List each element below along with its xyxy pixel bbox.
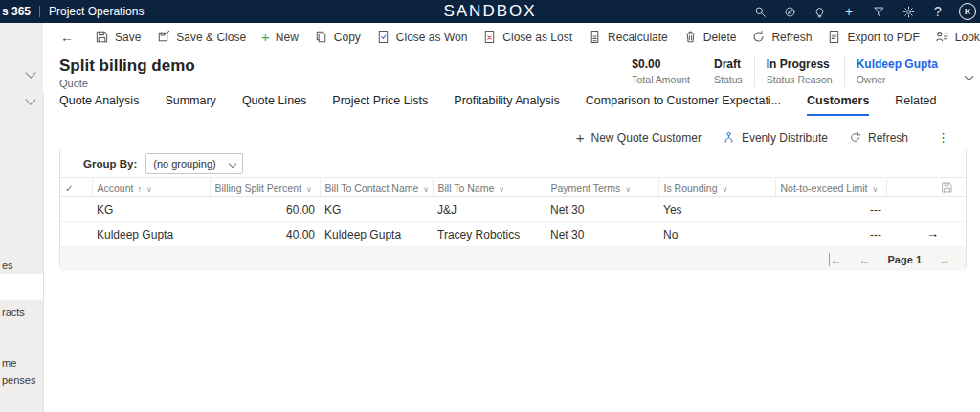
tab-quote-lines[interactable]: Quote Lines: [242, 94, 306, 114]
close-as-won-icon: [376, 30, 390, 44]
save-and-close-button[interactable]: Save & Close: [148, 23, 254, 51]
sidebar-chevron-down-icon[interactable]: [25, 94, 35, 104]
row-checkbox-cell[interactable]: [60, 222, 92, 247]
select-all-checkbox[interactable]: ✓: [60, 178, 92, 197]
close-as-lost-button[interactable]: Close as Lost: [475, 23, 580, 51]
evenly-distribute-button[interactable]: Evenly Distribute: [723, 131, 828, 145]
new-button[interactable]: + New: [254, 23, 306, 51]
payment-terms-cell[interactable]: Net 30: [546, 222, 658, 247]
close-as-won-button[interactable]: Close as Won: [368, 23, 475, 51]
not-to-exceed-limit-cell[interactable]: ---: [775, 222, 886, 247]
recalculate-icon: [588, 30, 602, 44]
lightbulb-icon[interactable]: [811, 0, 828, 23]
bill-to-contact-name-cell[interactable]: KG: [320, 197, 433, 222]
quote-customers-grid: Group By: (no grouping) ✓ Account↑∨ Bill…: [59, 149, 967, 268]
scroll-right-arrow-icon[interactable]: →: [926, 226, 939, 240]
filter-icon[interactable]: [870, 0, 887, 23]
header-collapse-chevron-icon[interactable]: [966, 66, 972, 83]
account-cell[interactable]: KG: [92, 197, 210, 222]
app-window: s 365 Project Operations SANDBOX + ?: [0, 0, 980, 412]
not-to-exceed-limit-cell[interactable]: ---: [775, 197, 886, 222]
sidebar-item-fragment[interactable]: es: [2, 260, 13, 271]
sidebar-item-fragment[interactable]: penses: [2, 375, 35, 386]
bill-to-contact-name-cell[interactable]: Kuldeep Gupta: [320, 222, 433, 247]
status-value: Draft: [714, 57, 743, 71]
table-row[interactable]: KG 60.00 KG J&J Net 30 Yes ---: [60, 197, 966, 222]
group-by-row: Group By: (no grouping): [60, 149, 966, 177]
billing-split-percent-cell[interactable]: 60.00: [210, 197, 320, 222]
recalculate-button[interactable]: Recalculate: [580, 23, 676, 51]
payment-terms-cell[interactable]: Net 30: [546, 197, 658, 222]
grid-header-row: ✓ Account↑∨ Billing Split Percent∨ Bill …: [60, 178, 966, 197]
table-row[interactable]: Kuldeep Gupta 40.00 Kuldeep Gupta Tracey…: [60, 222, 966, 247]
chevron-down-icon: ∨: [146, 185, 152, 194]
dynamics-brand[interactable]: s 365: [2, 5, 31, 18]
column-header-billing-split-percent[interactable]: Billing Split Percent∨: [210, 178, 320, 197]
first-page-button[interactable]: ←: [829, 253, 842, 266]
search-icon[interactable]: [751, 0, 768, 23]
refresh-button[interactable]: Refresh: [744, 23, 819, 51]
tab-customers[interactable]: Customers: [807, 94, 869, 116]
back-button[interactable]: ←: [51, 23, 83, 51]
gear-icon[interactable]: [900, 0, 917, 23]
is-rounding-cell[interactable]: No: [658, 222, 775, 247]
sidebar-chevron-down-icon[interactable]: [25, 67, 35, 78]
site-map-sidebar: es racts me penses: [0, 23, 44, 412]
help-icon[interactable]: ?: [929, 0, 947, 23]
next-page-button[interactable]: →: [939, 253, 950, 266]
sidebar-item-fragment[interactable]: me: [2, 357, 16, 369]
group-by-dropdown[interactable]: (no grouping): [145, 153, 242, 174]
user-avatar[interactable]: K: [959, 0, 976, 23]
tab-quote-analysis[interactable]: Quote Analysis: [59, 94, 139, 114]
owner-label: Owner: [857, 74, 938, 85]
header-fields: $0.00 Total Amount Draft Status In Progr…: [620, 56, 949, 87]
compass-icon[interactable]: [781, 0, 798, 23]
spare-cell: →: [886, 222, 966, 247]
avatar-initial: K: [959, 3, 976, 20]
evenly-distribute-icon: [723, 131, 735, 144]
copy-button[interactable]: Copy: [306, 23, 368, 51]
plus-icon: +: [576, 130, 585, 145]
sidebar-item-fragment[interactable]: racts: [2, 307, 25, 318]
tab-related[interactable]: Related: [895, 94, 936, 114]
account-cell[interactable]: Kuldeep Gupta: [92, 222, 210, 247]
is-rounding-cell[interactable]: Yes: [658, 197, 775, 222]
tab-summary[interactable]: Summary: [165, 94, 215, 114]
column-header-payment-terms[interactable]: Payment Terms∨: [546, 178, 658, 197]
new-quote-customer-button[interactable]: + New Quote Customer: [576, 130, 702, 145]
grid-refresh-button[interactable]: Refresh: [849, 131, 908, 145]
column-header-bill-to-contact-name[interactable]: Bill To Contact Name∨: [320, 178, 433, 197]
column-header-account[interactable]: Account↑∨: [92, 178, 210, 197]
previous-page-button[interactable]: ←: [859, 253, 871, 266]
delete-button[interactable]: Delete: [676, 23, 745, 51]
save-layout-icon[interactable]: [941, 181, 953, 195]
owner-link[interactable]: Kuldeep Gupta: [857, 57, 938, 71]
save-button[interactable]: Save: [87, 23, 148, 51]
more-grid-commands-icon[interactable]: ⋮: [929, 130, 957, 145]
tab-project-price-lists[interactable]: Project Price Lists: [332, 94, 428, 114]
plus-icon[interactable]: +: [840, 0, 858, 23]
tab-comparison-to-customer-expectations[interactable]: Comparison to Customer Expectati...: [586, 94, 781, 114]
sidebar-item-selected[interactable]: [0, 274, 43, 300]
tab-profitability-analysis[interactable]: Profitability Analysis: [454, 94, 559, 114]
delete-icon: [683, 30, 698, 44]
column-header-not-to-exceed-limit[interactable]: Not-to-exceed Limit∨: [775, 178, 886, 197]
status-reason-value: In Progress: [767, 57, 833, 71]
top-navigation-bar: s 365 Project Operations SANDBOX + ?: [0, 0, 980, 23]
refresh-icon: [751, 30, 766, 44]
column-header-bill-to-name[interactable]: Bill To Name∨: [433, 178, 546, 197]
grid-table: ✓ Account↑∨ Billing Split Percent∨ Bill …: [60, 177, 966, 247]
page-indicator: Page 1: [888, 254, 922, 265]
app-name[interactable]: Project Operations: [49, 5, 144, 18]
topbar-actions: + ? K: [751, 0, 976, 23]
billing-split-percent-cell[interactable]: 40.00: [210, 222, 320, 247]
look-up-address-button[interactable]: Look Up Address: [927, 23, 980, 51]
bill-to-name-cell[interactable]: J&J: [433, 197, 546, 222]
save-and-close-icon: [156, 30, 170, 44]
export-to-pdf-button[interactable]: Export to PDF: [819, 23, 926, 51]
bill-to-name-cell[interactable]: Tracey Robotics: [433, 222, 546, 247]
column-header-is-rounding[interactable]: Is Rounding∨: [658, 178, 775, 197]
command-bar: ← Save Save & Close + New Copy Close as …: [43, 23, 980, 52]
row-checkbox-cell[interactable]: [60, 197, 92, 222]
look-up-address-icon: [935, 30, 949, 44]
